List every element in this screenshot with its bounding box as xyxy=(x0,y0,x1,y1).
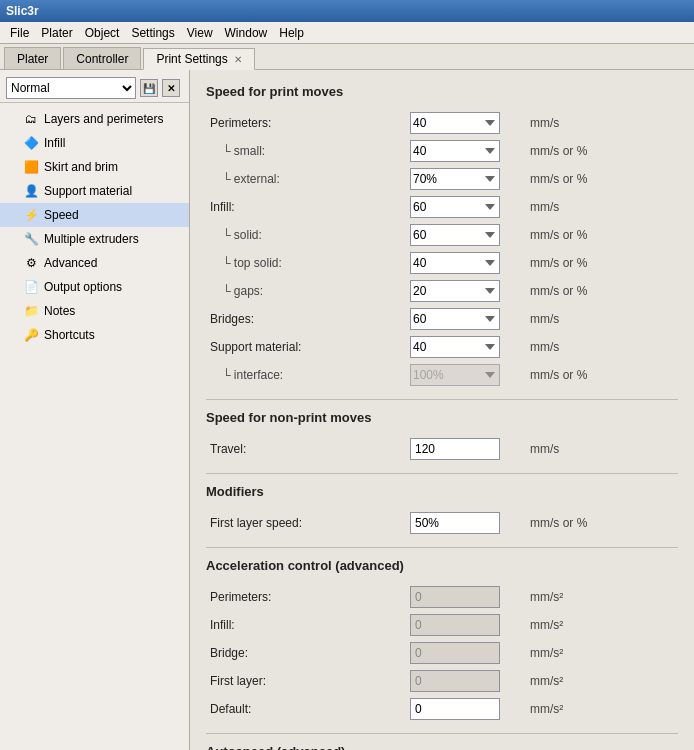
sidebar-item-support-material[interactable]: 👤 Support material xyxy=(0,179,189,203)
app-title: Slic3r xyxy=(6,4,39,18)
gaps-dropdown[interactable]: 20 xyxy=(410,280,500,302)
accel-perimeters-unit: mm/s² xyxy=(526,583,678,611)
gaps-unit: mm/s or % xyxy=(526,277,678,305)
menu-view[interactable]: View xyxy=(181,25,219,41)
tab-bar: Plater Controller Print Settings ✕ xyxy=(0,44,694,70)
first-layer-speed-unit: mm/s or % xyxy=(526,509,678,537)
bridges-input-cell: 60 xyxy=(406,305,526,333)
sidebar-item-infill[interactable]: 🔷 Infill xyxy=(0,131,189,155)
modifiers-table: First layer speed: mm/s or % xyxy=(206,509,678,537)
support-material-dropdown[interactable]: 40 xyxy=(410,336,500,358)
table-row: Perimeters: 40 mm/s xyxy=(206,109,678,137)
support-icon: 👤 xyxy=(24,184,38,198)
menu-plater[interactable]: Plater xyxy=(35,25,78,41)
support-material-unit: mm/s xyxy=(526,333,678,361)
output-icon: 📄 xyxy=(24,280,38,294)
table-row: └ gaps: 20 mm/s or % xyxy=(206,277,678,305)
accel-bridge-label: Bridge: xyxy=(206,639,406,667)
accel-infill-label: Infill: xyxy=(206,611,406,639)
travel-input[interactable] xyxy=(410,438,500,460)
accel-default-unit: mm/s² xyxy=(526,695,678,723)
bridges-dropdown[interactable]: 60 xyxy=(410,308,500,330)
interface-dropdown[interactable]: 100% xyxy=(410,364,500,386)
sidebar-item-notes[interactable]: 📁 Notes xyxy=(0,299,189,323)
first-layer-speed-input-cell xyxy=(406,509,526,537)
menu-window[interactable]: Window xyxy=(219,25,274,41)
tab-controller[interactable]: Controller xyxy=(63,47,141,69)
travel-input-cell xyxy=(406,435,526,463)
save-profile-button[interactable]: 💾 xyxy=(140,79,158,97)
table-row: First layer speed: mm/s or % xyxy=(206,509,678,537)
sidebar-item-advanced[interactable]: ⚙ Advanced xyxy=(0,251,189,275)
solid-unit: mm/s or % xyxy=(526,221,678,249)
divider-1 xyxy=(206,399,678,400)
tab-print-settings[interactable]: Print Settings ✕ xyxy=(143,48,254,70)
travel-label: Travel: xyxy=(206,435,406,463)
external-unit: mm/s or % xyxy=(526,165,678,193)
table-row: Support material: 40 mm/s xyxy=(206,333,678,361)
divider-3 xyxy=(206,547,678,548)
solid-dropdown[interactable]: 60 xyxy=(410,224,500,246)
table-row: └ external: 70% mm/s or % xyxy=(206,165,678,193)
menu-file[interactable]: File xyxy=(4,25,35,41)
sidebar-item-output-options[interactable]: 📄 Output options xyxy=(0,275,189,299)
tab-close-icon[interactable]: ✕ xyxy=(234,54,242,65)
top-solid-dropdown[interactable]: 40 xyxy=(410,252,500,274)
first-layer-speed-input[interactable] xyxy=(410,512,500,534)
perimeters-dropdown[interactable]: 40 xyxy=(410,112,500,134)
delete-profile-button[interactable]: ✕ xyxy=(162,79,180,97)
table-row: Perimeters: mm/s² xyxy=(206,583,678,611)
first-layer-speed-label: First layer speed: xyxy=(206,509,406,537)
extruder-icon: 🔧 xyxy=(24,232,38,246)
interface-label: └ interface: xyxy=(206,361,406,389)
advanced-icon: ⚙ xyxy=(24,256,38,270)
sidebar-item-layers-and-perimeters[interactable]: 🗂 Layers and perimeters xyxy=(0,107,189,131)
accel-bridge-unit: mm/s² xyxy=(526,639,678,667)
menu-settings[interactable]: Settings xyxy=(125,25,180,41)
infill-dropdown[interactable]: 60 xyxy=(410,196,500,218)
acceleration-table: Perimeters: mm/s² Infill: mm/s² Bridge: … xyxy=(206,583,678,723)
sidebar-item-shortcuts[interactable]: 🔑 Shortcuts xyxy=(0,323,189,347)
infill-icon: 🔷 xyxy=(24,136,38,150)
title-bar: Slic3r xyxy=(0,0,694,22)
table-row: Bridge: mm/s² xyxy=(206,639,678,667)
small-dropdown[interactable]: 40 xyxy=(410,140,500,162)
profile-bar: Normal Fast Detailed 💾 ✕ xyxy=(0,74,189,103)
layers-icon: 🗂 xyxy=(24,112,38,126)
accel-bridge-input-cell xyxy=(406,639,526,667)
accel-default-label: Default: xyxy=(206,695,406,723)
small-input-cell: 40 xyxy=(406,137,526,165)
section-title-speed-print: Speed for print moves xyxy=(206,84,678,99)
interface-input-cell: 100% xyxy=(406,361,526,389)
infill-unit: mm/s xyxy=(526,193,678,221)
accel-default-input[interactable] xyxy=(410,698,500,720)
menu-help[interactable]: Help xyxy=(273,25,310,41)
sidebar: Normal Fast Detailed 💾 ✕ 🗂 Layers and pe… xyxy=(0,70,190,750)
infill-label: Infill: xyxy=(206,193,406,221)
external-dropdown[interactable]: 70% xyxy=(410,168,500,190)
top-solid-label: └ top solid: xyxy=(206,249,406,277)
travel-unit: mm/s xyxy=(526,435,678,463)
table-row: Infill: 60 mm/s xyxy=(206,193,678,221)
menu-object[interactable]: Object xyxy=(79,25,126,41)
table-row: └ top solid: 40 mm/s or % xyxy=(206,249,678,277)
gaps-input-cell: 20 xyxy=(406,277,526,305)
accel-infill-input xyxy=(410,614,500,636)
solid-input-cell: 60 xyxy=(406,221,526,249)
table-row: First layer: mm/s² xyxy=(206,667,678,695)
sidebar-item-multiple-extruders[interactable]: 🔧 Multiple extruders xyxy=(0,227,189,251)
infill-input-cell: 60 xyxy=(406,193,526,221)
bridges-unit: mm/s xyxy=(526,305,678,333)
section-title-autospeed: Autospeed (advanced) xyxy=(206,744,678,750)
support-material-input-cell: 40 xyxy=(406,333,526,361)
accel-first-layer-input-cell xyxy=(406,667,526,695)
section-title-modifiers: Modifiers xyxy=(206,484,678,499)
sidebar-item-skirt-and-brim[interactable]: 🟧 Skirt and brim xyxy=(0,155,189,179)
shortcuts-icon: 🔑 xyxy=(24,328,38,342)
accel-default-input-cell xyxy=(406,695,526,723)
sidebar-item-speed[interactable]: ⚡ Speed xyxy=(0,203,189,227)
tab-plater[interactable]: Plater xyxy=(4,47,61,69)
section-title-speed-nonprint: Speed for non-print moves xyxy=(206,410,678,425)
table-row: └ small: 40 mm/s or % xyxy=(206,137,678,165)
profile-select[interactable]: Normal Fast Detailed xyxy=(6,77,136,99)
